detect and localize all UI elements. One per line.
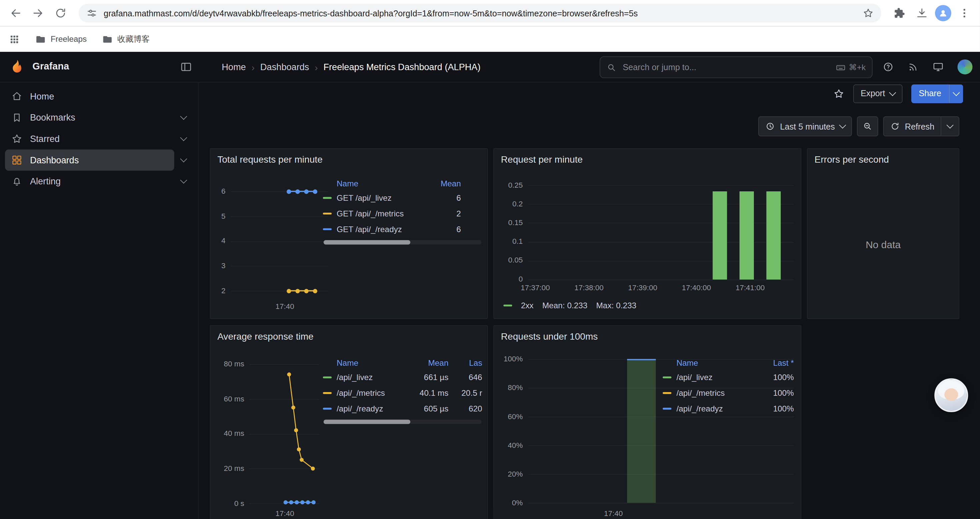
legend-row[interactable]: /api/_livez 661 µs 646 [323, 370, 482, 385]
extensions-icon[interactable] [890, 4, 908, 22]
help-icon[interactable] [883, 61, 894, 73]
bookmark-star-icon[interactable] [862, 7, 874, 19]
breadcrumb: Home Dashboards Freeleaps Metrics Dashbo… [222, 52, 480, 82]
series-last: 20.5 r [453, 388, 482, 398]
legend-header-last[interactable]: Last * [759, 358, 794, 367]
panel-title[interactable]: Request per minute [501, 154, 583, 164]
breadcrumb-dashboards[interactable]: Dashboards [260, 62, 309, 72]
floating-assistant-avatar[interactable] [934, 378, 968, 412]
user-avatar[interactable] [958, 59, 973, 75]
share-menu-caret[interactable] [949, 84, 963, 103]
legend-header-mean[interactable]: Mean [409, 358, 449, 367]
breadcrumb-home[interactable]: Home [222, 62, 246, 72]
legend-row[interactable]: /api/_/metrics 40.1 ms 20.5 r [323, 385, 482, 401]
legend-header-name[interactable]: Name [676, 358, 754, 367]
sidebar-item-label: Starred [30, 134, 60, 144]
legend-inline[interactable]: 2xx Mean: 0.233 Max: 0.233 [503, 301, 636, 310]
x-tick: 17:40 [266, 302, 304, 311]
zoom-out-icon [862, 121, 872, 131]
panel-title[interactable]: Requests under 100ms [501, 331, 598, 342]
y-tick: 0.05 [494, 256, 523, 265]
search-input[interactable] [621, 62, 830, 72]
no-data-message: No data [808, 240, 959, 251]
legend-header-mean[interactable]: Mean [417, 179, 461, 188]
avg-response-plot [249, 364, 319, 504]
url-text[interactable]: grafana.mathmast.com/d/deytv4rwavabkb/fr… [104, 8, 856, 18]
legend-row[interactable]: /api/_livez 100% [663, 370, 794, 385]
sidebar-item-alerting[interactable]: Alerting [5, 171, 193, 192]
avatar-face [944, 388, 958, 401]
series-dash [323, 408, 332, 410]
share-button[interactable]: Share [911, 84, 949, 103]
expand-chevron-icon[interactable] [174, 159, 193, 161]
export-button[interactable]: Export [853, 84, 903, 103]
favorite-star-icon[interactable] [833, 88, 845, 99]
panel-title[interactable]: Average response time [218, 331, 313, 342]
bookmark-folder-blogs[interactable]: 收藏博客 [102, 34, 150, 45]
y-tick: 40% [494, 441, 523, 450]
y-tick: 6 [210, 187, 226, 196]
series-name: GET /api/_/metrics [337, 209, 412, 218]
series-dash [323, 392, 332, 394]
expand-chevron-icon[interactable] [174, 137, 193, 140]
screen: grafana.mathmast.com/d/deytv4rwavabkb/fr… [0, 0, 980, 519]
time-range-picker[interactable]: Last 5 minutes [758, 116, 851, 136]
x-tick: 17:41:00 [728, 283, 772, 292]
sidebar-item-bookmarks[interactable]: Bookmarks [5, 107, 193, 128]
series-dash [663, 376, 671, 378]
legend-scrollbar[interactable] [323, 420, 482, 424]
grafana-app: Grafana Home Dashboards Freeleaps Metric… [0, 52, 980, 519]
time-range-label: Last 5 minutes [780, 121, 835, 131]
back-button[interactable] [6, 4, 25, 22]
apps-grid-icon[interactable] [9, 34, 20, 45]
panel-title[interactable]: Errors per second [815, 154, 889, 164]
scrollbar-thumb[interactable] [323, 240, 410, 244]
series-last: 100% [759, 388, 794, 398]
panel-request-per-minute: Request per minute 0.25 0.2 0.15 0.1 0.0… [493, 148, 801, 319]
legend-row[interactable]: /api/_/readyz 100% [663, 401, 794, 417]
y-tick: 0 s [210, 499, 244, 508]
legend-header-name[interactable]: Name [337, 358, 403, 367]
expand-chevron-icon[interactable] [174, 116, 193, 118]
x-tick: 17:40:00 [675, 283, 718, 292]
zoom-out-button[interactable] [857, 116, 878, 136]
legend-row[interactable]: /api/_/readyz 605 µs 620 [323, 401, 482, 417]
legend-row[interactable]: GET /api/_/readyz 6 [323, 222, 461, 237]
shortcut-label: ⌘+k [849, 62, 866, 72]
refresh-interval-caret[interactable] [946, 121, 953, 129]
downloads-icon[interactable] [913, 4, 931, 22]
refresh-button[interactable]: Refresh [883, 116, 959, 136]
series-mean: Mean: 0.233 [542, 301, 587, 310]
reload-button[interactable] [51, 4, 70, 22]
scrollbar-thumb[interactable] [323, 420, 410, 424]
search-box[interactable]: ⌘+k [600, 56, 873, 78]
sidebar-item-home[interactable]: Home [5, 86, 193, 107]
legend-row[interactable]: GET /api/_livez 6 [323, 190, 461, 206]
legend-header-last[interactable]: Las [453, 358, 482, 367]
bookmark-icon [11, 112, 23, 123]
sidebar-item-starred[interactable]: Starred [5, 128, 193, 150]
site-info-icon[interactable] [86, 7, 97, 19]
legend-scrollbar[interactable] [323, 240, 482, 244]
brand-title: Grafana [32, 61, 69, 72]
y-tick: 3 [210, 262, 226, 270]
legend-header-name[interactable]: Name [337, 179, 412, 188]
legend-row[interactable]: /api/_/metrics 100% [663, 385, 794, 401]
refresh-icon [890, 121, 900, 131]
expand-chevron-icon[interactable] [174, 180, 193, 182]
browser-menu-icon[interactable] [955, 4, 974, 22]
kiosk-monitor-icon[interactable] [932, 61, 944, 73]
url-bar[interactable]: grafana.mathmast.com/d/deytv4rwavabkb/fr… [79, 4, 881, 22]
grafana-logo-icon[interactable] [9, 59, 25, 75]
requests-per-minute-plot [528, 185, 794, 279]
series-dash [663, 392, 671, 394]
forward-button[interactable] [29, 4, 48, 22]
sidebar-toggle-icon[interactable] [180, 61, 192, 76]
folder-icon [35, 34, 46, 45]
legend-row[interactable]: GET /api/_/metrics 2 [323, 206, 461, 222]
news-rss-icon[interactable] [908, 61, 919, 73]
profile-avatar[interactable] [935, 5, 951, 21]
bookmark-folder-freeleaps[interactable]: Freeleaps [35, 34, 87, 45]
panel-title[interactable]: Total requests per minute [218, 154, 323, 164]
sidebar-item-dashboards[interactable]: Dashboards [5, 150, 193, 171]
